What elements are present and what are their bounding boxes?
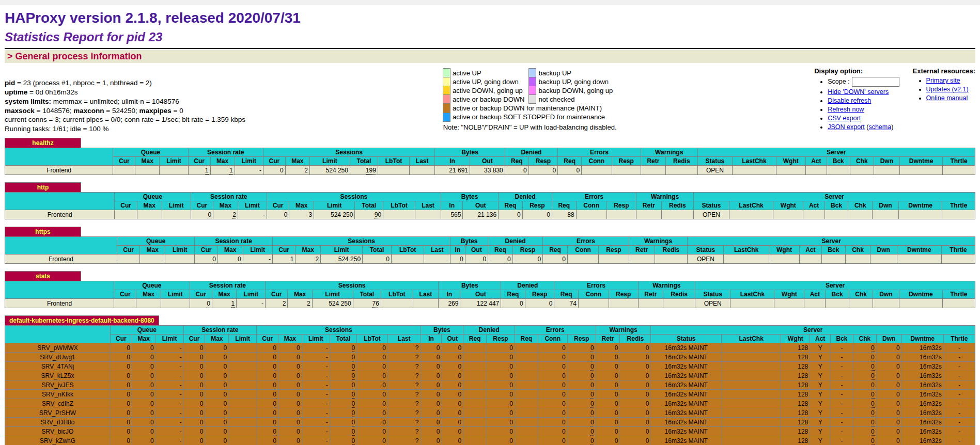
stat-cell: 16m32s: [901, 380, 943, 390]
link-hide-down-servers[interactable]: Hide 'DOWN' servers: [828, 88, 889, 96]
stat-cell: [515, 399, 538, 408]
stat-cell: 0: [442, 399, 463, 408]
proxy-name-https[interactable]: https: [5, 227, 81, 237]
stat-cell: 16m32s MAINT: [651, 362, 722, 371]
column-group-warnings: Warnings: [629, 237, 688, 246]
link-refresh-now[interactable]: Refresh now: [828, 106, 864, 113]
stat-cell: 0: [330, 353, 357, 362]
column-header-chk: Chk: [849, 290, 873, 299]
stat-cell: 0: [505, 166, 528, 175]
column-header-thrtle: Thrtle: [943, 157, 975, 166]
stat-cell: 0: [528, 166, 557, 175]
column-header-in: In: [441, 201, 463, 210]
stat-cell: -: [831, 380, 853, 390]
link-json-schema[interactable]: schema: [868, 123, 891, 131]
stat-cell: 0: [257, 436, 278, 445]
stat-cell: 1: [188, 166, 210, 175]
column-group-warnings: Warnings: [596, 326, 651, 335]
column-header-req: Req: [488, 246, 513, 255]
stat-cell: 0: [876, 399, 901, 408]
stat-cell: 0: [876, 380, 901, 390]
stat-cell: 2: [213, 210, 238, 219]
link-csv-export[interactable]: CSV export: [828, 115, 861, 122]
stat-cell: -: [237, 299, 266, 308]
stat-cell: -: [831, 371, 853, 380]
stat-cell: 3: [289, 210, 314, 219]
stat-cell: 90: [355, 210, 383, 219]
proxy-name-stats[interactable]: stats: [5, 272, 81, 281]
stat-cell: [463, 427, 487, 436]
stat-cell: 33 830: [470, 166, 505, 175]
stat-cell: 16m32s MAINT: [651, 418, 722, 427]
stat-cell: 0: [596, 343, 620, 353]
column-header-cur: Cur: [113, 157, 135, 166]
stat-cell: 0: [191, 210, 213, 219]
link-disable-refresh[interactable]: Disable refresh: [828, 97, 871, 104]
table-row: SRV_nKIkk00-0000-00?000000016m32s MAINT1…: [5, 390, 975, 399]
stat-cell: 524 250: [312, 299, 353, 308]
stat-cell: 0: [111, 390, 132, 399]
column-header-out: Out: [463, 201, 499, 210]
stat-cell: -: [302, 343, 330, 353]
column-header-in: In: [439, 290, 460, 299]
column-header-limit: Limit: [235, 157, 263, 166]
stat-cell: 0: [499, 210, 523, 219]
scope-input[interactable]: [852, 77, 899, 87]
column-header-resp: Resp: [512, 246, 542, 255]
stat-cell: [463, 362, 487, 371]
link-online-manual[interactable]: Online manual: [926, 94, 968, 102]
column-header-max: Max: [132, 335, 155, 343]
divider: [5, 48, 975, 49]
stat-cell: -: [155, 399, 183, 408]
link-primary-site[interactable]: Primary site: [926, 77, 960, 84]
column-header-blank: [5, 281, 114, 299]
column-header-cur: Cur: [115, 201, 137, 210]
stat-cell: [769, 255, 799, 264]
stat-cell: -: [831, 436, 853, 445]
stat-cell: [803, 210, 825, 219]
column-header-last: Last: [413, 290, 439, 299]
stat-cell: 128: [781, 353, 810, 362]
table-row: Frontend00-12524 250000000OPEN: [5, 255, 975, 264]
column-header-max: Max: [288, 290, 312, 299]
stat-cell: 0: [620, 353, 651, 362]
column-header-max: Max: [205, 335, 229, 343]
proxy-name-healthz[interactable]: healthz: [5, 138, 81, 148]
proxy-name-http[interactable]: http: [5, 183, 81, 193]
stat-cell: [229, 353, 257, 362]
column-header-max: Max: [136, 290, 161, 299]
stat-cell: 0: [421, 427, 442, 436]
process-info-line: pid = 23 (process #1, nbproc = 1, nbthre…: [5, 78, 245, 88]
column-header-req: Req: [499, 201, 523, 210]
stat-cell: 2: [295, 255, 321, 264]
stat-cell: 128: [781, 380, 810, 390]
legend-row: active DOWN, going upbackup DOWN, going …: [443, 86, 617, 95]
stat-cell: 0: [421, 408, 442, 418]
stat-cell: [721, 380, 781, 390]
column-header-redis: Redis: [665, 157, 697, 166]
stat-cell: ?: [387, 408, 421, 418]
column-header-chk: Chk: [853, 335, 876, 343]
stat-cell: 0: [357, 418, 388, 427]
stat-cell: [515, 353, 538, 362]
column-header-blank: [5, 237, 117, 255]
row-name: SRV_dUwg1: [5, 353, 111, 362]
legend-label: not checked: [536, 95, 617, 104]
link-json-export[interactable]: JSON export: [828, 123, 865, 131]
table-row: SRV_kZwhG00-0000-00?000000016m32s MAINT1…: [5, 436, 975, 445]
stat-cell: 0: [620, 408, 651, 418]
stat-cell: 0: [853, 408, 876, 418]
stat-cell: -: [302, 418, 330, 427]
column-header-cur: Cur: [195, 246, 217, 255]
column-header-redis: Redis: [620, 335, 651, 343]
column-header-act: Act: [800, 246, 821, 255]
link-updates-v2-1[interactable]: Updates (v2.1): [926, 86, 969, 93]
stat-cell: 0: [596, 380, 620, 390]
stat-cell: [463, 353, 487, 362]
stat-cell: -: [302, 399, 330, 408]
stat-cell: 269: [439, 299, 460, 308]
column-header-cur: Cur: [183, 335, 205, 343]
stat-cell: -: [943, 408, 975, 418]
column-header-total: Total: [350, 157, 378, 166]
proxy-name-backend[interactable]: default-kubernetes-ingress-default-backe…: [5, 316, 159, 326]
